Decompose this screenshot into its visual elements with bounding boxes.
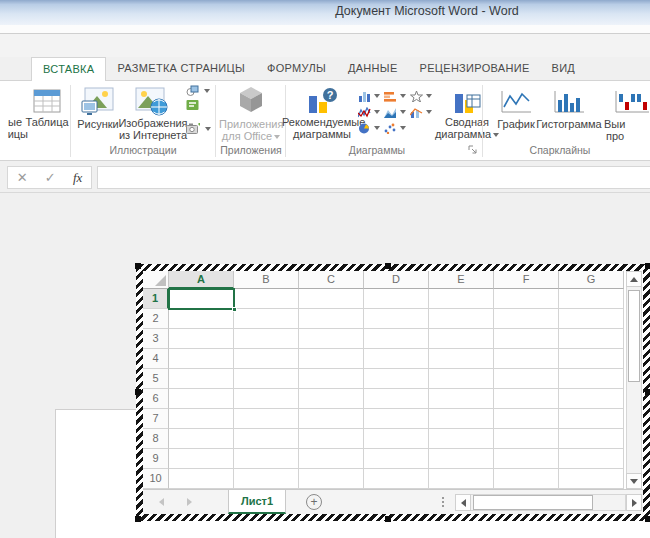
insert-combo-chart-button[interactable] — [410, 105, 434, 119]
row-header-9[interactable]: 9 — [143, 449, 169, 469]
cell-F1[interactable] — [494, 289, 559, 309]
scroll-down-button[interactable] — [626, 473, 642, 489]
cell-G9[interactable] — [559, 449, 624, 469]
cell-A6[interactable] — [169, 389, 234, 409]
insert-pie-chart-button[interactable] — [358, 121, 382, 135]
sparkline-winloss-button[interactable]: Выи про — [604, 85, 650, 141]
column-header-G[interactable]: G — [559, 271, 624, 289]
row-header-1[interactable]: 1 — [143, 289, 169, 309]
enter-icon[interactable]: ✓ — [45, 170, 56, 185]
cell-G6[interactable] — [559, 389, 624, 409]
cell-G2[interactable] — [559, 309, 624, 329]
horizontal-scrollbar-thumb[interactable] — [473, 495, 593, 510]
column-header-E[interactable]: E — [429, 271, 494, 289]
row-header-7[interactable]: 7 — [143, 409, 169, 429]
cell-A9[interactable] — [169, 449, 234, 469]
cell-A1[interactable] — [169, 289, 234, 309]
cell-A4[interactable] — [169, 349, 234, 369]
column-header-D[interactable]: D — [364, 271, 429, 289]
cell-E5[interactable] — [429, 369, 494, 389]
charts-dialog-launcher[interactable] — [468, 145, 478, 155]
select-all-corner[interactable] — [143, 271, 169, 289]
tab-view[interactable]: ВИД — [541, 57, 587, 81]
screenshot-button[interactable] — [186, 123, 210, 136]
tab-insert[interactable]: ВСТАВКА — [31, 57, 106, 81]
cell-D4[interactable] — [364, 349, 429, 369]
pivot-chart-button[interactable]: Сводная диаграмма — [437, 85, 497, 141]
cell-A7[interactable] — [169, 409, 234, 429]
cell-E3[interactable] — [429, 329, 494, 349]
embedded-excel-object[interactable]: Лист1 + ABCDEFG12345678910 — [136, 264, 650, 521]
sheet-tab[interactable]: Лист1 — [228, 490, 286, 514]
cell-D1[interactable] — [364, 289, 429, 309]
cell-D9[interactable] — [364, 449, 429, 469]
cell-B2[interactable] — [234, 309, 299, 329]
vertical-scrollbar[interactable] — [626, 271, 642, 489]
cell-G7[interactable] — [559, 409, 624, 429]
cell-C8[interactable] — [299, 429, 364, 449]
cell-B3[interactable] — [234, 329, 299, 349]
recommended-pivot-tables-button-fragment[interactable]: ые — [2, 116, 22, 128]
cell-B4[interactable] — [234, 349, 299, 369]
insert-radar-chart-button[interactable] — [410, 89, 434, 103]
cell-A8[interactable] — [169, 429, 234, 449]
insert-function-button[interactable]: fx — [73, 170, 82, 186]
cell-E7[interactable] — [429, 409, 494, 429]
insert-bar-chart-button[interactable] — [384, 89, 408, 103]
cell-E6[interactable] — [429, 389, 494, 409]
cell-C9[interactable] — [299, 449, 364, 469]
cell-D8[interactable] — [364, 429, 429, 449]
scroll-up-button[interactable] — [626, 271, 642, 287]
cell-C6[interactable] — [299, 389, 364, 409]
tab-page-layout[interactable]: РАЗМЕТКА СТРАНИЦЫ — [106, 57, 256, 81]
row-header-2[interactable]: 2 — [143, 309, 169, 329]
resize-handle-top-right[interactable] — [645, 263, 650, 269]
row-header-10[interactable]: 10 — [143, 469, 169, 489]
apps-for-office-button[interactable]: Приложения для Office — [222, 85, 280, 141]
tab-data[interactable]: ДАННЫЕ — [337, 57, 409, 81]
insert-column-chart-button[interactable] — [358, 89, 382, 103]
column-header-B[interactable]: B — [234, 271, 299, 289]
cell-F5[interactable] — [494, 369, 559, 389]
row-header-4[interactable]: 4 — [143, 349, 169, 369]
scroll-right-button[interactable] — [626, 494, 642, 511]
resize-handle-top-left[interactable] — [135, 263, 141, 269]
cell-C4[interactable] — [299, 349, 364, 369]
cell-B5[interactable] — [234, 369, 299, 389]
row-header-5[interactable]: 5 — [143, 369, 169, 389]
sheet-nav-previous-icon[interactable] — [159, 498, 164, 506]
cell-A3[interactable] — [169, 329, 234, 349]
shapes-button[interactable] — [186, 85, 210, 98]
cell-C7[interactable] — [299, 409, 364, 429]
resize-handle-bottom-center[interactable] — [385, 516, 391, 522]
cancel-icon[interactable]: ✕ — [17, 170, 28, 185]
cell-C2[interactable] — [299, 309, 364, 329]
online-pictures-button[interactable]: Изображения из Интернета — [121, 85, 185, 141]
cell-G4[interactable] — [559, 349, 624, 369]
cell-B9[interactable] — [234, 449, 299, 469]
cell-F6[interactable] — [494, 389, 559, 409]
cell-E4[interactable] — [429, 349, 494, 369]
column-header-F[interactable]: F — [494, 271, 559, 289]
resize-handle-bottom-left[interactable] — [135, 516, 141, 522]
row-header-8[interactable]: 8 — [143, 429, 169, 449]
sparkline-line-button[interactable]: График — [494, 85, 538, 141]
resize-handle-middle-left[interactable] — [135, 389, 141, 395]
cell-G5[interactable] — [559, 369, 624, 389]
tab-formulas[interactable]: ФОРМУЛЫ — [256, 57, 337, 81]
cell-D2[interactable] — [364, 309, 429, 329]
cell-D10[interactable] — [364, 469, 429, 489]
cell-C1[interactable] — [299, 289, 364, 309]
column-header-A[interactable]: A — [169, 271, 234, 289]
cell-G3[interactable] — [559, 329, 624, 349]
cell-E9[interactable] — [429, 449, 494, 469]
cell-G8[interactable] — [559, 429, 624, 449]
resize-handle-top-center[interactable] — [385, 263, 391, 269]
cell-C10[interactable] — [299, 469, 364, 489]
insert-area-chart-button[interactable] — [384, 105, 408, 119]
insert-line-chart-button[interactable] — [358, 105, 382, 119]
smartart-button[interactable] — [186, 99, 210, 112]
cell-A10[interactable] — [169, 469, 234, 489]
cell-C3[interactable] — [299, 329, 364, 349]
cell-B8[interactable] — [234, 429, 299, 449]
